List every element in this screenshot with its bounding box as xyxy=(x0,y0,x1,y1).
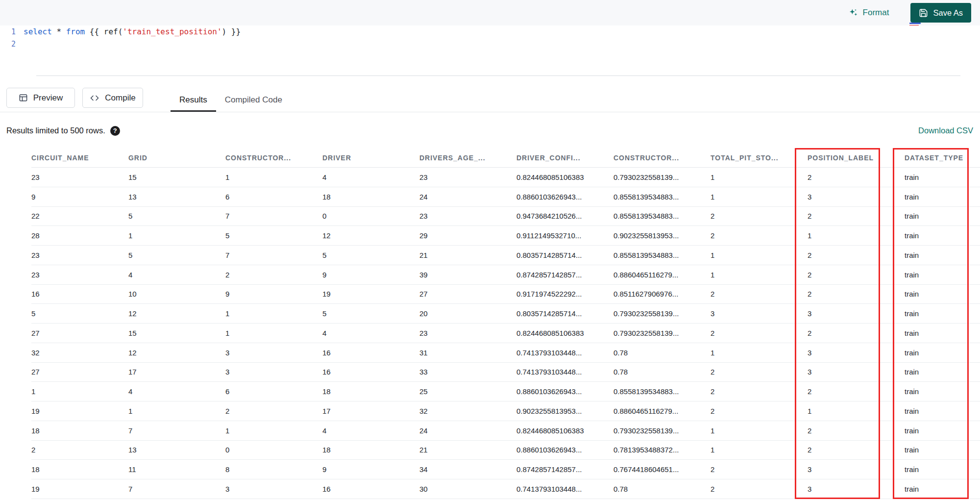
table-cell: 4 xyxy=(322,426,419,435)
table-row: 51215200.8035714285714...0.7930232558139… xyxy=(31,304,980,324)
table-cell: 1 xyxy=(225,329,322,337)
download-csv-link[interactable]: Download CSV xyxy=(918,126,973,135)
table-cell: 32 xyxy=(31,349,128,357)
table-cell: 2 xyxy=(808,173,905,181)
table-cell: 1 xyxy=(710,446,808,454)
table-cell: 21 xyxy=(419,446,516,454)
table-cell: 39 xyxy=(419,271,516,279)
tabs-divider xyxy=(0,112,980,112)
table-row: 23429390.8742857142857...0.8860465116279… xyxy=(31,265,980,285)
table-body: 231514230.8244680851063830.7930232558139… xyxy=(31,168,980,499)
table-cell: 18 xyxy=(31,465,128,474)
active-line-underline xyxy=(36,75,960,76)
code-line-1-content: select * from {{ ref('train_test_positio… xyxy=(24,27,241,36)
table-cell: 18 xyxy=(31,426,128,435)
code-token: 'train_test_position' xyxy=(122,27,221,36)
column-header: DRIVER xyxy=(322,154,419,162)
table-cell: 9 xyxy=(225,290,322,298)
table-cell: 4 xyxy=(322,173,419,181)
table-cell: 0.8860103626943... xyxy=(516,193,613,201)
table-cell: 1 xyxy=(710,251,808,259)
table-cell: train xyxy=(905,368,980,376)
table-row: 231514230.8244680851063830.7930232558139… xyxy=(31,168,980,187)
table-cell: 2 xyxy=(808,271,905,279)
table-cell: 3 xyxy=(225,368,322,376)
results-table: CIRCUIT_NAMEGRIDCONSTRUCTOR...DRIVERDRIV… xyxy=(0,148,980,500)
tab-compiled-code[interactable]: Compiled Code xyxy=(216,88,291,112)
table-cell: train xyxy=(905,231,980,240)
column-header: TOTAL_PIT_STO... xyxy=(710,154,808,162)
table-cell: 0.9023255813953... xyxy=(516,407,613,415)
column-header: GRID xyxy=(128,154,225,162)
table-cell: 0.7413793103448... xyxy=(516,349,613,357)
help-icon[interactable]: ? xyxy=(110,126,120,136)
table-cell: train xyxy=(905,387,980,396)
table-cell: 0.8860465116279... xyxy=(613,407,710,415)
results-tabs: Results Compiled Code xyxy=(171,88,291,112)
code-line-2[interactable]: 2 xyxy=(0,38,980,50)
table-cell: 19 xyxy=(322,290,419,298)
table-cell: 0.8742857142857... xyxy=(516,465,613,474)
table-cell: train xyxy=(905,407,980,415)
table-cell: 0.78 xyxy=(613,349,710,357)
table-cell: 19 xyxy=(31,407,128,415)
table-header-row: CIRCUIT_NAMEGRIDCONSTRUCTOR...DRIVERDRIV… xyxy=(31,148,980,168)
table-cell: 0.7930232558139... xyxy=(613,426,710,435)
table-cell: 1 xyxy=(710,271,808,279)
code-token: ref( xyxy=(104,27,123,36)
table-cell: 7 xyxy=(128,426,225,435)
table-row: 22570230.9473684210526...0.8558139534883… xyxy=(31,207,980,226)
table-cell: 0.7930232558139... xyxy=(613,173,710,181)
table-cell: 2 xyxy=(710,231,808,240)
table-cell: 3 xyxy=(808,485,905,493)
table-cell: 18 xyxy=(322,387,419,396)
table-cell: 16 xyxy=(31,290,128,298)
line-number-2: 2 xyxy=(0,40,24,49)
table-cell: 0.7674418604651... xyxy=(613,465,710,474)
table-cell: 15 xyxy=(128,329,225,337)
table-cell: 2 xyxy=(808,212,905,220)
table-cell: 3 xyxy=(808,349,905,357)
code-line-1[interactable]: 1 select * from {{ ref('train_test_posit… xyxy=(0,25,980,38)
table-cell: 2 xyxy=(808,426,905,435)
table-cell: 7 xyxy=(128,485,225,493)
column-header: DATASET_TYPE xyxy=(905,154,980,162)
table-cell: 1 xyxy=(710,193,808,201)
table-row: 213018210.8860103626943...0.781395348837… xyxy=(31,441,980,460)
results-limit-text: Results limited to 500 rows. xyxy=(6,126,105,135)
table-row: 18714240.8244680851063830.7930232558139.… xyxy=(31,421,980,441)
table-row: 181189340.8742857142857...0.767441860465… xyxy=(31,460,980,479)
table-cell: 2 xyxy=(710,368,808,376)
table-cell: 0 xyxy=(322,212,419,220)
table-cell: 15 xyxy=(128,173,225,181)
table-cell: 5 xyxy=(322,251,419,259)
table-cell: 23 xyxy=(419,212,516,220)
results-info-bar: Results limited to 500 rows. ? Download … xyxy=(6,122,973,140)
table-cell: 24 xyxy=(419,426,516,435)
format-button[interactable]: Format xyxy=(845,7,892,18)
table-cell: 2 xyxy=(225,271,322,279)
table-cell: 0.8558139534883... xyxy=(613,251,710,259)
table-cell: train xyxy=(905,290,980,298)
table-cell: train xyxy=(905,173,980,181)
table-cell: 31 xyxy=(419,349,516,357)
format-button-label: Format xyxy=(863,8,889,18)
code-token: * xyxy=(52,27,66,36)
preview-button[interactable]: Preview xyxy=(6,88,75,108)
save-as-button[interactable]: Save As xyxy=(910,3,971,23)
table-cell: 7 xyxy=(225,212,322,220)
table-cell: 2 xyxy=(808,290,905,298)
code-token: from xyxy=(66,27,85,36)
table-cell: 0.7413793103448... xyxy=(516,485,613,493)
table-cell: 32 xyxy=(419,407,516,415)
tab-results[interactable]: Results xyxy=(171,88,216,112)
table-cell: 0.8742857142857... xyxy=(516,271,613,279)
table-row: 191217320.9023255813953...0.886046511627… xyxy=(31,401,980,421)
sql-editor[interactable]: 1 select * from {{ ref('train_test_posit… xyxy=(0,25,980,88)
table-row: 14618250.8860103626943...0.8558139534883… xyxy=(31,382,980,401)
compile-button[interactable]: Compile xyxy=(82,88,143,108)
table-cell: train xyxy=(905,329,980,337)
table-cell: 17 xyxy=(128,368,225,376)
table-cell: 0.8558139534883... xyxy=(613,387,710,396)
table-cell: 3 xyxy=(808,368,905,376)
